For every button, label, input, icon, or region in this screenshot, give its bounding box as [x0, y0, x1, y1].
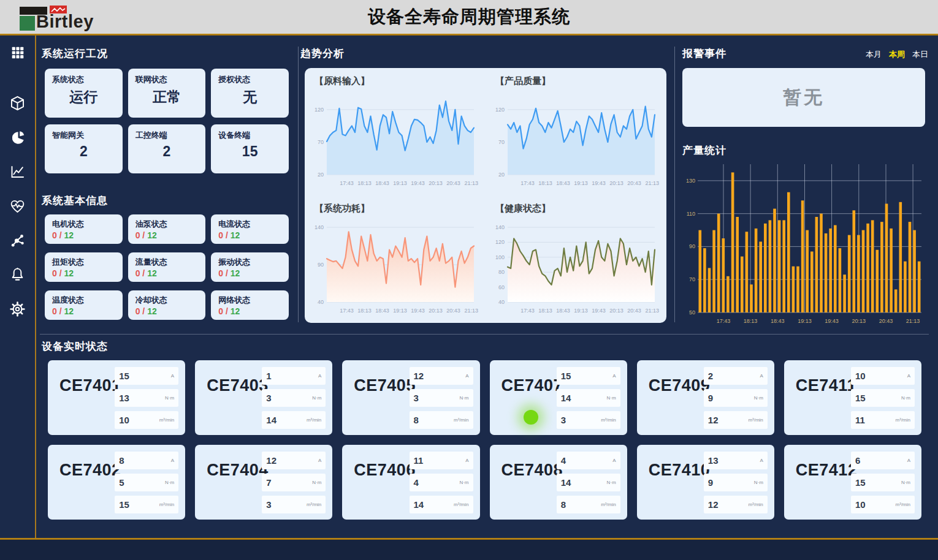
status-indicator-green	[524, 410, 538, 425]
svg-text:120: 120	[495, 239, 505, 245]
sidebar-item-settings[interactable]	[9, 300, 26, 317]
metric-value: 3	[266, 393, 271, 403]
svg-text:19:13: 19:13	[574, 308, 588, 314]
cube-icon	[9, 95, 26, 112]
metric-row: 15m³/min	[115, 496, 178, 513]
device-metrics: 4A14N·m8m³/min	[557, 452, 620, 518]
metric-unit: A	[465, 458, 468, 463]
metric-unit: m³/min	[307, 502, 321, 507]
metric-unit: m³/min	[601, 502, 616, 507]
metric-unit: m³/min	[748, 502, 763, 507]
metric-unit: N·m	[901, 395, 910, 401]
sidebar-item-health[interactable]	[9, 197, 26, 214]
chart-cell-product-quality: 【产品质量】 207012017:4318:1318:4319:1319:432…	[486, 68, 666, 195]
chart-cell-health: 【健康状态】 40608010012014017:4318:1318:4319:…	[486, 195, 666, 323]
metric-unit: N·m	[607, 395, 616, 401]
metric-row: 10m³/min	[851, 496, 915, 513]
svg-text:17:43: 17:43	[520, 180, 535, 186]
metric-value: 12	[708, 415, 719, 425]
pie-chart-icon	[10, 129, 26, 145]
device-card-ce7402[interactable]: CE74028A5N·m15m³/min	[48, 445, 185, 520]
chart-title: 【产品质量】	[495, 75, 551, 87]
metric-unit: m³/min	[896, 417, 910, 423]
sidebar-item-equipment[interactable]	[9, 94, 26, 112]
metric-value: 3	[266, 499, 271, 510]
metric-row: 15N·m	[851, 389, 915, 407]
sidebar-item-apps[interactable]	[9, 44, 26, 61]
info-card: 油泵状态0 / 12	[128, 214, 206, 244]
device-name: CE7406	[354, 461, 416, 480]
device-card-ce7407[interactable]: CE740715A14N·m3m³/min	[490, 360, 627, 435]
bell-icon	[9, 267, 26, 283]
device-name: CE7407	[501, 376, 563, 395]
chart-title: 【健康状态】	[495, 203, 551, 214]
metric-row: 14N·m	[557, 389, 620, 407]
count-current: 0	[135, 306, 140, 316]
sidebar-item-trends[interactable]	[9, 163, 26, 180]
metric-row: 8A	[115, 452, 178, 469]
trend-panel: 【原料输入】 207012017:4318:1318:4319:1319:432…	[305, 68, 666, 323]
device-card-ce7406[interactable]: CE740611A4N·m14m³/min	[342, 445, 479, 520]
metric-unit: m³/min	[748, 417, 763, 423]
svg-text:50: 50	[689, 309, 695, 316]
metric-row: 3m³/min	[262, 496, 326, 513]
metric-unit: N·m	[754, 480, 763, 485]
metric-row: 1A	[262, 367, 326, 385]
tab-today[interactable]: 本日	[912, 49, 928, 60]
svg-text:70: 70	[498, 139, 505, 145]
svg-text:20: 20	[318, 172, 324, 178]
count-total: 12	[64, 268, 74, 278]
svg-text:20:43: 20:43	[879, 318, 893, 324]
count-total: 12	[147, 230, 157, 240]
alarm-empty-text: 暂无	[783, 85, 825, 110]
metric-row: 3N·m	[410, 389, 473, 407]
svg-text:20:43: 20:43	[446, 180, 460, 186]
sidebar-item-network[interactable]	[9, 232, 26, 249]
status-card: 工控终端2	[128, 124, 206, 173]
device-card-ce7411[interactable]: CE741110A15N·m11m³/min	[784, 360, 921, 435]
svg-text:21:13: 21:13	[464, 180, 478, 186]
device-card-ce7403[interactable]: CE74031A3N·m14m³/min	[195, 360, 332, 435]
settings-gear-icon	[9, 301, 26, 317]
metric-row: 8m³/min	[410, 411, 473, 429]
info-card: 振动状态0 / 12	[211, 252, 289, 282]
device-card-ce7408[interactable]: CE74084A14N·m8m³/min	[490, 445, 627, 520]
metric-unit: A	[318, 373, 321, 379]
count-sep: /	[226, 306, 228, 316]
status-card: 系统状态运行	[45, 69, 123, 118]
tab-this-week[interactable]: 本周	[889, 49, 905, 60]
svg-text:120: 120	[315, 107, 324, 113]
metric-row: 9N·m	[704, 389, 768, 407]
count-sep: /	[142, 230, 145, 240]
metric-row: 4N·m	[410, 474, 473, 491]
metric-row: 15N·m	[851, 474, 915, 491]
count-total: 12	[64, 306, 74, 316]
metric-unit: A	[612, 458, 616, 463]
info-card-label: 流量状态	[135, 257, 199, 268]
device-card-ce7409[interactable]: CE74092A9N·m12m³/min	[637, 360, 774, 435]
metric-value: 5	[119, 477, 124, 488]
metric-row: 12m³/min	[704, 411, 768, 429]
info-card-count: 0 / 12	[52, 230, 115, 240]
device-card-ce7405[interactable]: CE740512A3N·m8m³/min	[342, 360, 479, 435]
sidebar-item-statistics[interactable]	[9, 129, 26, 146]
device-card-ce7401[interactable]: CE740115A13N·m10m³/min	[48, 360, 185, 435]
status-card-value: 15	[218, 143, 281, 160]
device-card-ce7412[interactable]: CE74126A15N·m10m³/min	[784, 445, 921, 520]
count-total: 12	[231, 230, 240, 240]
svg-text:21:13: 21:13	[645, 308, 659, 314]
tab-this-month[interactable]: 本月	[866, 49, 882, 60]
sidebar-item-alarms[interactable]	[9, 266, 26, 283]
metric-row: 15A	[115, 367, 178, 385]
chart-title: 【系统功耗】	[315, 203, 370, 214]
svg-text:20:13: 20:13	[429, 180, 443, 186]
svg-text:40: 40	[318, 299, 324, 305]
svg-text:100: 100	[495, 254, 505, 260]
metric-row: 4A	[557, 452, 620, 469]
device-card-ce7410[interactable]: CE741013A9N·m12m³/min	[637, 445, 774, 520]
svg-text:18:13: 18:13	[744, 318, 758, 324]
svg-text:70: 70	[318, 139, 324, 145]
device-card-ce7404[interactable]: CE740412A7N·m3m³/min	[195, 445, 332, 520]
metric-row: 14N·m	[557, 474, 620, 491]
metric-unit: m³/min	[454, 502, 468, 507]
